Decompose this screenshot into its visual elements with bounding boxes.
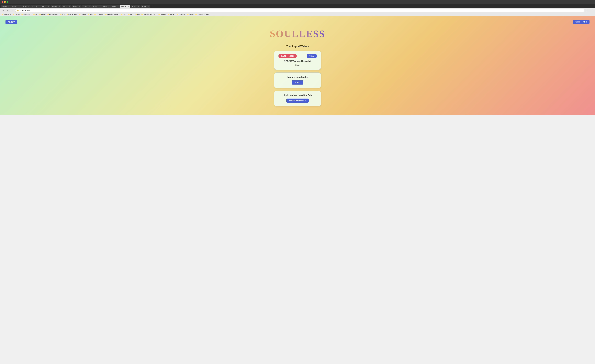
tab-ethgl[interactable]: ETHGl...✕ (91, 5, 101, 8)
mint-button[interactable]: MINT (292, 80, 303, 85)
tab-program[interactable]: Program...✕ (50, 5, 61, 8)
bookmark-unity[interactable]: 📁Unity (120, 14, 127, 15)
bookmark-arduino[interactable]: 📁Arduino (167, 14, 176, 15)
page-content: ABOUT 0XDBD...0B45 SOULLESS Your Liquid … (0, 16, 595, 114)
minimize-button[interactable] (4, 1, 6, 3)
bookmark-control[interactable]: 📁Control (12, 14, 20, 15)
header-wallet: 0XDBD...0B45 (573, 20, 589, 24)
tab-noseb[interactable]: Nose B...✕ (31, 5, 41, 8)
bookmarks-bar: 📁Bookmarks 📁Control 📁Unlock Door 📁defi 📁… (0, 13, 595, 16)
lock-icon: 🔒 (17, 9, 19, 11)
bookmark-litpm[interactable]: 📁Lit PMing and Inte... (141, 14, 157, 15)
bookmark-20m[interactable]: 📁20m (87, 14, 93, 15)
bookmark-unlock[interactable]: 📁Unlock Door (21, 14, 32, 15)
tab-eth-si[interactable]: ETH Si...✕ (72, 5, 82, 8)
tab-react[interactable]: React A...✕ (120, 5, 130, 8)
wallet-address-button[interactable]: 0XDBD...0B45 (573, 20, 589, 24)
view-opensea-button[interactable]: VIEW ON OPENSEA (286, 99, 309, 103)
create-wallet-card: Create a liquid wallet MINT (274, 72, 321, 88)
bookmark-lit[interactable]: 📁LIT Testing (94, 14, 104, 15)
bookmark-cool[interactable]: 📁Cool Stuff (176, 14, 186, 15)
url-text: localhost:3000 (20, 9, 30, 11)
new-tab-button[interactable]: + (150, 4, 154, 8)
forward-button[interactable]: → (6, 9, 10, 12)
refresh-button[interactable]: ↻ (11, 9, 14, 12)
nfts-value: None (295, 64, 300, 66)
bookmark-quakes[interactable]: 📁Quakes (78, 14, 87, 15)
address-bar[interactable]: 🔒 localhost:3000 (15, 9, 584, 12)
close-button[interactable] (2, 1, 3, 3)
bookmark-hice[interactable]: 📁hicetrunc (158, 14, 167, 15)
maximize-button[interactable] (7, 1, 8, 3)
browser-window: Mayan...✕ Discord...✕ OAuth...✕ Nose B..… (0, 0, 595, 16)
bookmark-other[interactable]: 📁Other Bookmarks (195, 14, 209, 15)
extensions-button[interactable]: ⚐ (586, 9, 589, 12)
browser-toolbar: ← → ↻ 🔒 localhost:3000 ⚐ ⋮ (0, 8, 595, 13)
bookmark-defi[interactable]: 📁defi (33, 14, 38, 15)
menu-button[interactable]: ⋮ (590, 9, 594, 12)
back-button[interactable]: ← (1, 9, 5, 12)
wallet-card-header: 0xcF2...B523 MENU (278, 54, 317, 58)
tab-drive[interactable]: My Driv...✕ (62, 5, 71, 8)
bookmark-faucet[interactable]: 📁Faucet (39, 14, 46, 15)
create-wallet-title: Create a liquid wallet (287, 76, 308, 78)
bookmark-treasury[interactable]: 📁TreasuryDirect P... (104, 14, 120, 15)
bookmark-ropsten[interactable]: 📁RopstenStats (47, 14, 59, 15)
tab-ethso[interactable]: ETHSo...✕ (130, 5, 141, 8)
bookmark-payout[interactable]: 📁Payout.Team (66, 14, 78, 15)
bookmark-design[interactable]: 📁Design (186, 14, 194, 15)
tab-bar: Mayan...✕ Discord...✕ OAuth...✕ Nose B..… (0, 4, 595, 8)
nfts-label: NFTs/SBTs owned by wallet (284, 60, 311, 62)
wallet-card: 0xcF2...B523 MENU NFTs/SBTs owned by wal… (274, 51, 321, 70)
listed-sale-title: Liquid wallets listed for Sale (283, 94, 312, 97)
tab-discord[interactable]: Discord...✕ (11, 5, 21, 8)
header-about: ABOUT (6, 20, 17, 24)
bookmark-eth[interactable]: 📁Eth (135, 14, 140, 15)
bookmark-rand[interactable]: 📁rand (59, 14, 65, 15)
listed-sale-card: Liquid wallets listed for Sale VIEW ON O… (274, 91, 321, 106)
bookmark-sfcl[interactable]: 📁SFCL (127, 14, 134, 15)
tab-modeli[interactable]: modeli...✕ (82, 5, 91, 8)
tab-ethgi[interactable]: ETHGi...✕ (141, 5, 150, 8)
tab-remix[interactable]: Remix...✕ (41, 5, 50, 8)
tab-oauth[interactable]: OAuth...✕ (21, 5, 31, 8)
tab-video[interactable]: Video...✕ (111, 5, 120, 8)
section-title: Your Liquid Wallets (286, 45, 309, 48)
bookmark-bookmarks[interactable]: 📁Bookmarks (1, 14, 12, 15)
tab-glitch[interactable]: glitch0...✕ (101, 5, 111, 8)
app-title: SOULLESS (270, 28, 325, 40)
tab-mayan[interactable]: Mayan...✕ (1, 5, 11, 8)
about-button[interactable]: ABOUT (6, 20, 17, 24)
title-bar (0, 0, 595, 4)
wallet-address-badge: 0xcF2...B523 (278, 54, 297, 58)
menu-button-card[interactable]: MENU (307, 54, 317, 58)
